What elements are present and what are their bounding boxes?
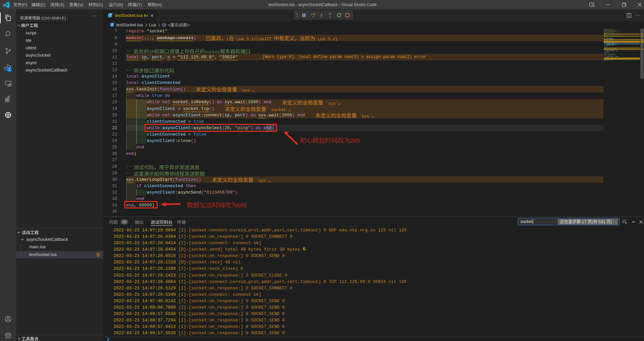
svg-text:1: 1 [8, 67, 10, 71]
